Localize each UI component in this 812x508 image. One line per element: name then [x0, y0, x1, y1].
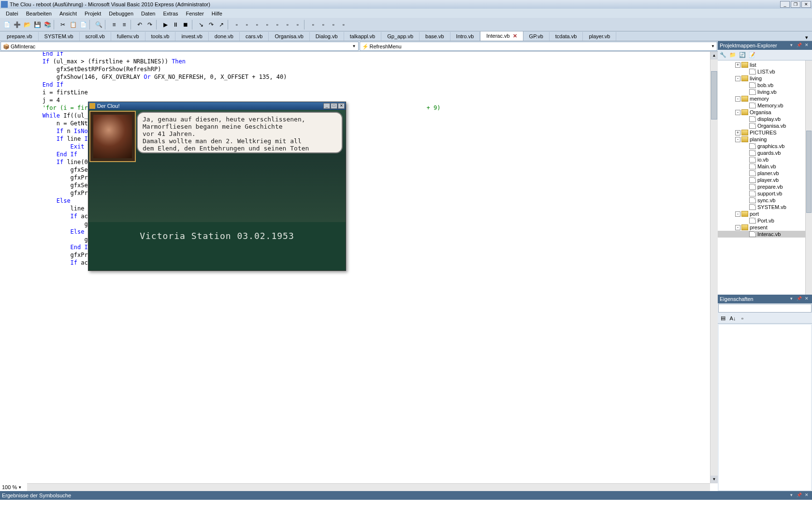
- view-code-button[interactable]: 📝: [748, 51, 756, 60]
- minimize-button[interactable]: _: [780, 1, 790, 8]
- start-button[interactable]: ▶: [160, 20, 170, 30]
- misc-button-10[interactable]: ▫: [329, 20, 338, 30]
- scroll-up-button[interactable]: ▲: [710, 52, 718, 60]
- tree-folder[interactable]: -present: [718, 224, 812, 231]
- tree-folder[interactable]: -planing: [718, 136, 812, 143]
- tree-folder[interactable]: -living: [718, 75, 812, 82]
- menu-fenster[interactable]: Fenster: [182, 10, 208, 17]
- scroll-down-button[interactable]: ▼: [710, 476, 718, 483]
- tree-expander[interactable]: -: [735, 225, 740, 230]
- tree-file[interactable]: player.vb: [718, 177, 812, 183]
- save-button[interactable]: 💾: [32, 20, 42, 30]
- break-button[interactable]: ⏸: [171, 20, 180, 30]
- misc-button-3[interactable]: ▫: [252, 20, 262, 30]
- tree-file[interactable]: LIST.vb: [718, 68, 812, 75]
- tab-tcdata-vb[interactable]: tcdata.vb: [550, 32, 583, 41]
- show-all-button[interactable]: 📁: [728, 51, 737, 60]
- properties-close-button[interactable]: ✕: [803, 296, 810, 302]
- menu-datei[interactable]: Datei: [2, 10, 22, 17]
- tab-player-vb[interactable]: player.vb: [583, 32, 616, 41]
- misc-button-4[interactable]: ▫: [262, 20, 272, 30]
- tab-Gp_app-vb[interactable]: Gp_app.vb: [381, 32, 420, 41]
- tree-expander[interactable]: +: [735, 62, 740, 68]
- bottom-pin-button[interactable]: 📌: [796, 493, 802, 498]
- vertical-scrollbar[interactable]: ▲ ▼: [710, 52, 718, 483]
- properties-button[interactable]: 🔧: [719, 51, 727, 60]
- uncomment-button[interactable]: ≡: [119, 20, 129, 30]
- tree-folder[interactable]: -memory: [718, 95, 812, 102]
- tree-expander[interactable]: -: [735, 76, 740, 81]
- misc-button-11[interactable]: ▫: [339, 20, 348, 30]
- tree-file[interactable]: bob.vb: [718, 82, 812, 89]
- tree-file[interactable]: io.vb: [718, 156, 812, 163]
- game-minimize-button[interactable]: _: [323, 103, 330, 109]
- new-project-button[interactable]: 📄: [2, 20, 12, 30]
- cut-button[interactable]: ✂: [58, 20, 68, 30]
- game-maximize-button[interactable]: □: [331, 103, 337, 109]
- zoom-level[interactable]: 100 %▼: [2, 483, 22, 491]
- tab-SYSTEM-vb[interactable]: SYSTEM.vb: [39, 32, 80, 41]
- tree-folder[interactable]: -Organisa: [718, 109, 812, 116]
- open-button[interactable]: 📂: [22, 20, 32, 30]
- misc-button-6[interactable]: ▫: [283, 20, 292, 30]
- tab-Dialog-vb[interactable]: Dialog.vb: [310, 32, 344, 41]
- tab-Intro-vb[interactable]: Intro.vb: [450, 32, 480, 41]
- misc-button-5[interactable]: ▫: [273, 20, 282, 30]
- tab-scroll-vb[interactable]: scroll.vb: [80, 32, 111, 41]
- tree-file[interactable]: SYSTEM.vb: [718, 204, 812, 210]
- tree-expander[interactable]: -: [735, 110, 740, 115]
- tree-file[interactable]: guards.vb: [718, 149, 812, 156]
- tree-folder[interactable]: -port: [718, 210, 812, 217]
- method-dropdown[interactable]: ⚡ RefreshMenu ▼: [360, 42, 718, 51]
- properties-grid[interactable]: [719, 325, 811, 490]
- new-file-button[interactable]: ➕: [12, 20, 22, 30]
- tree-expander[interactable]: -: [735, 211, 740, 217]
- misc-button-2[interactable]: ▫: [242, 20, 252, 30]
- symbol-search-results[interactable]: [0, 500, 812, 508]
- redo-button[interactable]: ↷: [145, 20, 155, 30]
- tree-file[interactable]: planer.vb: [718, 170, 812, 177]
- game-close-button[interactable]: ✕: [338, 103, 345, 109]
- comment-button[interactable]: ≡: [109, 20, 119, 30]
- tab-close-button[interactable]: ✕: [513, 33, 517, 39]
- tab-tools-vb[interactable]: tools.vb: [145, 32, 176, 41]
- menu-projekt[interactable]: Projekt: [81, 10, 105, 17]
- scroll-thumb[interactable]: [711, 71, 717, 120]
- property-pages-button[interactable]: ▫: [738, 314, 747, 323]
- find-button[interactable]: 🔍: [94, 20, 103, 30]
- menu-daten[interactable]: Daten: [137, 10, 159, 17]
- solution-scrollbar[interactable]: [805, 60, 812, 295]
- alphabetical-button[interactable]: A↓: [728, 314, 737, 323]
- step-into-button[interactable]: ↘: [196, 20, 206, 30]
- menu-hilfe[interactable]: Hilfe: [208, 10, 226, 17]
- tab-talkappl-vb[interactable]: talkappl.vb: [344, 32, 382, 41]
- menu-ansicht[interactable]: Ansicht: [56, 10, 81, 17]
- categorized-button[interactable]: ▤: [719, 314, 727, 323]
- tree-folder[interactable]: +PICTURES: [718, 129, 812, 136]
- menu-extras[interactable]: Extras: [159, 10, 182, 17]
- tree-file[interactable]: Main.vb: [718, 163, 812, 170]
- tree-file[interactable]: Memory.vb: [718, 102, 812, 109]
- class-dropdown[interactable]: 📦 GMInterac ▼: [0, 42, 359, 51]
- panel-close-button[interactable]: ✕: [803, 43, 810, 48]
- tab-invest-vb[interactable]: invest.vb: [175, 32, 208, 41]
- step-out-button[interactable]: ↗: [217, 20, 226, 30]
- tree-folder[interactable]: +list: [718, 61, 812, 68]
- misc-button-9[interactable]: ▫: [319, 20, 328, 30]
- tree-expander[interactable]: -: [735, 137, 740, 142]
- tree-file[interactable]: graphics.vb: [718, 143, 812, 149]
- misc-button-7[interactable]: ▫: [293, 20, 303, 30]
- maximize-button[interactable]: ❐: [791, 1, 800, 8]
- close-button[interactable]: ✕: [801, 1, 811, 8]
- game-titlebar[interactable]: Der Clou! _ □ ✕: [88, 102, 346, 110]
- solution-tree[interactable]: +listLIST.vb-livingbob.vbliving.vb-memor…: [718, 60, 812, 295]
- tab-done-vb[interactable]: done.vb: [209, 32, 240, 41]
- stop-button[interactable]: ⏹: [181, 20, 190, 30]
- tree-file[interactable]: sync.vb: [718, 197, 812, 204]
- tab-fullenv-vb[interactable]: fullenv.vb: [111, 32, 145, 41]
- tab-Organisa-vb[interactable]: Organisa.vb: [269, 32, 309, 41]
- tree-file[interactable]: Organisa.vb: [718, 122, 812, 129]
- panel-pin-button[interactable]: 📌: [796, 43, 802, 48]
- panel-dropdown-button[interactable]: ▾: [788, 43, 795, 48]
- tree-expander[interactable]: -: [735, 96, 740, 102]
